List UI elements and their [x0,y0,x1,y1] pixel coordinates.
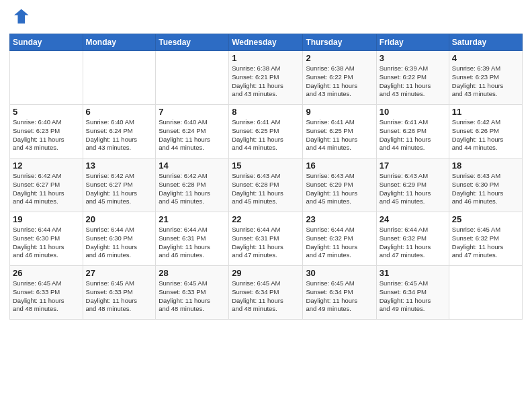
day-number: 26 [13,268,80,278]
svg-marker-0 [14,9,28,24]
day-number: 20 [86,214,153,224]
calendar-cell: 11Sunrise: 6:42 AM Sunset: 6:26 PM Dayli… [449,105,522,158]
day-info: Sunrise: 6:39 AM Sunset: 6:22 PM Dayligh… [380,64,446,99]
day-number: 7 [159,107,226,117]
day-number: 28 [159,268,226,278]
calendar-cell: 7Sunrise: 6:40 AM Sunset: 6:24 PM Daylig… [156,105,229,158]
calendar-cell: 2Sunrise: 6:38 AM Sunset: 6:22 PM Daylig… [303,51,376,105]
calendar-cell: 24Sunrise: 6:44 AM Sunset: 6:32 PM Dayli… [376,212,449,266]
day-info: Sunrise: 6:43 AM Sunset: 6:28 PM Dayligh… [232,172,300,206]
day-info: Sunrise: 6:42 AM Sunset: 6:28 PM Dayligh… [159,172,226,206]
day-info: Sunrise: 6:43 AM Sunset: 6:30 PM Dayligh… [452,172,519,206]
calendar-cell: 25Sunrise: 6:45 AM Sunset: 6:32 PM Dayli… [449,212,522,266]
day-info: Sunrise: 6:45 AM Sunset: 6:34 PM Dayligh… [306,279,373,314]
calendar-cell [83,51,156,105]
day-info: Sunrise: 6:44 AM Sunset: 6:32 PM Dayligh… [380,226,446,260]
day-info: Sunrise: 6:41 AM Sunset: 6:25 PM Dayligh… [232,118,300,152]
day-info: Sunrise: 6:45 AM Sunset: 6:34 PM Dayligh… [380,279,446,314]
day-number: 21 [159,214,226,224]
day-info: Sunrise: 6:41 AM Sunset: 6:26 PM Dayligh… [380,118,446,152]
col-sunday: Sunday [10,34,83,51]
day-info: Sunrise: 6:45 AM Sunset: 6:34 PM Dayligh… [232,279,300,314]
col-saturday: Saturday [449,34,522,51]
header [9,7,523,28]
day-info: Sunrise: 6:43 AM Sunset: 6:29 PM Dayligh… [306,172,373,206]
calendar-week-1: 1Sunrise: 6:38 AM Sunset: 6:21 PM Daylig… [10,51,523,105]
day-number: 25 [452,214,519,224]
calendar-cell: 5Sunrise: 6:40 AM Sunset: 6:23 PM Daylig… [10,105,83,158]
day-info: Sunrise: 6:44 AM Sunset: 6:31 PM Dayligh… [232,226,300,260]
logo-icon [9,7,31,28]
calendar-week-5: 26Sunrise: 6:45 AM Sunset: 6:33 PM Dayli… [10,266,523,320]
day-info: Sunrise: 6:44 AM Sunset: 6:30 PM Dayligh… [86,226,153,260]
day-number: 12 [13,161,80,171]
calendar-cell: 22Sunrise: 6:44 AM Sunset: 6:31 PM Dayli… [229,212,303,266]
day-info: Sunrise: 6:40 AM Sunset: 6:24 PM Dayligh… [159,118,226,152]
calendar-cell: 16Sunrise: 6:43 AM Sunset: 6:29 PM Dayli… [303,158,376,212]
calendar-cell [156,51,229,105]
day-number: 3 [380,53,446,63]
header-row: Sunday Monday Tuesday Wednesday Thursday… [10,34,523,51]
day-info: Sunrise: 6:43 AM Sunset: 6:29 PM Dayligh… [380,172,446,206]
calendar-cell: 29Sunrise: 6:45 AM Sunset: 6:34 PM Dayli… [229,266,303,320]
calendar-week-2: 5Sunrise: 6:40 AM Sunset: 6:23 PM Daylig… [10,105,523,158]
day-number: 31 [380,268,446,278]
calendar-cell [449,266,522,320]
day-number: 10 [380,107,446,117]
calendar: Sunday Monday Tuesday Wednesday Thursday… [9,34,523,320]
day-number: 8 [232,107,300,117]
calendar-cell: 27Sunrise: 6:45 AM Sunset: 6:33 PM Dayli… [83,266,156,320]
calendar-cell: 1Sunrise: 6:38 AM Sunset: 6:21 PM Daylig… [229,51,303,105]
day-info: Sunrise: 6:40 AM Sunset: 6:24 PM Dayligh… [86,118,153,152]
day-info: Sunrise: 6:44 AM Sunset: 6:30 PM Dayligh… [13,226,80,260]
day-number: 9 [306,107,373,117]
day-number: 1 [232,53,300,63]
day-info: Sunrise: 6:44 AM Sunset: 6:31 PM Dayligh… [159,226,226,260]
day-info: Sunrise: 6:42 AM Sunset: 6:26 PM Dayligh… [452,118,519,152]
day-info: Sunrise: 6:45 AM Sunset: 6:32 PM Dayligh… [452,226,519,260]
day-number: 19 [13,214,80,224]
calendar-cell: 12Sunrise: 6:42 AM Sunset: 6:27 PM Dayli… [10,158,83,212]
calendar-cell: 8Sunrise: 6:41 AM Sunset: 6:25 PM Daylig… [229,105,303,158]
calendar-cell: 10Sunrise: 6:41 AM Sunset: 6:26 PM Dayli… [376,105,449,158]
day-number: 11 [452,107,519,117]
day-info: Sunrise: 6:44 AM Sunset: 6:32 PM Dayligh… [306,226,373,260]
calendar-cell: 20Sunrise: 6:44 AM Sunset: 6:30 PM Dayli… [83,212,156,266]
day-number: 29 [232,268,300,278]
calendar-cell: 14Sunrise: 6:42 AM Sunset: 6:28 PM Dayli… [156,158,229,212]
calendar-cell: 6Sunrise: 6:40 AM Sunset: 6:24 PM Daylig… [83,105,156,158]
calendar-cell: 19Sunrise: 6:44 AM Sunset: 6:30 PM Dayli… [10,212,83,266]
col-wednesday: Wednesday [229,34,303,51]
calendar-cell: 17Sunrise: 6:43 AM Sunset: 6:29 PM Dayli… [376,158,449,212]
day-number: 22 [232,214,300,224]
day-info: Sunrise: 6:38 AM Sunset: 6:22 PM Dayligh… [306,64,373,99]
calendar-cell: 18Sunrise: 6:43 AM Sunset: 6:30 PM Dayli… [449,158,522,212]
calendar-cell: 31Sunrise: 6:45 AM Sunset: 6:34 PM Dayli… [376,266,449,320]
day-number: 18 [452,161,519,171]
day-number: 15 [232,161,300,171]
day-info: Sunrise: 6:42 AM Sunset: 6:27 PM Dayligh… [13,172,80,206]
day-number: 14 [159,161,226,171]
calendar-cell: 3Sunrise: 6:39 AM Sunset: 6:22 PM Daylig… [376,51,449,105]
calendar-cell: 4Sunrise: 6:39 AM Sunset: 6:23 PM Daylig… [449,51,522,105]
day-info: Sunrise: 6:40 AM Sunset: 6:23 PM Dayligh… [13,118,80,152]
day-number: 27 [86,268,153,278]
calendar-cell: 9Sunrise: 6:41 AM Sunset: 6:25 PM Daylig… [303,105,376,158]
day-number: 4 [452,53,519,63]
day-info: Sunrise: 6:38 AM Sunset: 6:21 PM Dayligh… [232,64,300,99]
col-monday: Monday [83,34,156,51]
calendar-cell: 15Sunrise: 6:43 AM Sunset: 6:28 PM Dayli… [229,158,303,212]
calendar-body: 1Sunrise: 6:38 AM Sunset: 6:21 PM Daylig… [10,51,523,320]
calendar-cell: 28Sunrise: 6:45 AM Sunset: 6:33 PM Dayli… [156,266,229,320]
day-info: Sunrise: 6:41 AM Sunset: 6:25 PM Dayligh… [306,118,373,152]
calendar-cell: 26Sunrise: 6:45 AM Sunset: 6:33 PM Dayli… [10,266,83,320]
day-number: 24 [380,214,446,224]
col-tuesday: Tuesday [156,34,229,51]
page: Sunday Monday Tuesday Wednesday Thursday… [0,0,532,411]
day-number: 13 [86,161,153,171]
day-info: Sunrise: 6:45 AM Sunset: 6:33 PM Dayligh… [86,279,153,314]
day-number: 23 [306,214,373,224]
day-number: 17 [380,161,446,171]
day-info: Sunrise: 6:45 AM Sunset: 6:33 PM Dayligh… [159,279,226,314]
calendar-cell: 13Sunrise: 6:42 AM Sunset: 6:27 PM Dayli… [83,158,156,212]
